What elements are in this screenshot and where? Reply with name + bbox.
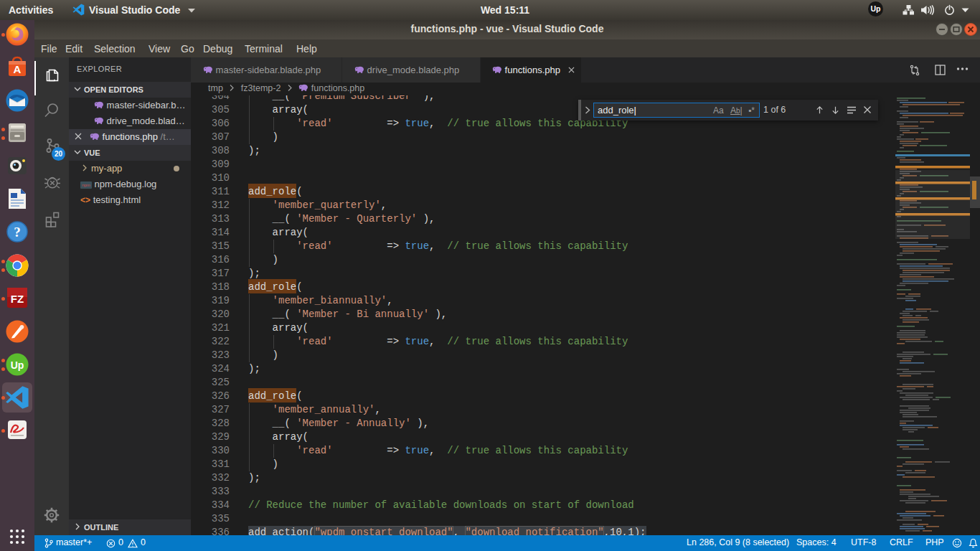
svg-text:Up: Up — [11, 359, 24, 371]
svg-text:FZ: FZ — [11, 293, 24, 305]
svg-text:A: A — [14, 63, 22, 75]
svg-text:?: ? — [14, 225, 21, 240]
